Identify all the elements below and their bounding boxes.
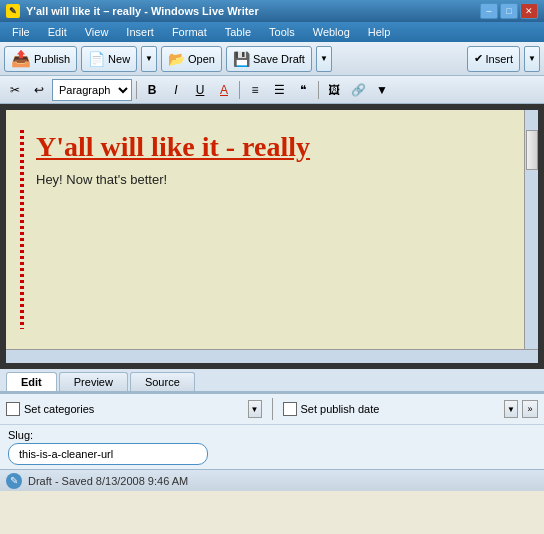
slug-input[interactable] [8,443,208,465]
app-icon: ✎ [6,4,20,18]
image-button[interactable]: 🖼 [323,79,345,101]
close-button[interactable]: ✕ [520,3,538,19]
color-button[interactable]: A [213,79,235,101]
tab-edit[interactable]: Edit [6,372,57,391]
list-ordered-button[interactable]: ≡ [244,79,266,101]
separator1 [136,81,137,99]
open-label: Open [188,53,215,65]
minimize-button[interactable]: – [480,3,498,19]
menu-format[interactable]: Format [164,24,215,40]
menu-weblog[interactable]: Weblog [305,24,358,40]
categories-label: Set categories [24,403,244,415]
new-dropdown[interactable]: ▼ [141,46,157,72]
menu-tools[interactable]: Tools [261,24,303,40]
window-title: Y'all will like it – really - Windows Li… [26,5,480,17]
editor-container: Y'all will like it - really Hey! Now tha… [0,104,544,369]
separator2 [239,81,240,99]
tab-preview[interactable]: Preview [59,372,128,391]
new-label: New [108,53,130,65]
editor-area[interactable]: Y'all will like it - really Hey! Now tha… [6,110,538,349]
menu-help[interactable]: Help [360,24,399,40]
slug-row: Slug: [0,425,544,469]
insert-dropdown[interactable]: ▼ [524,46,540,72]
status-bar: ✎ Draft - Saved 8/13/2008 9:46 AM [0,469,544,491]
categories-field: Set categories ▼ [6,400,262,418]
cut-button[interactable]: ✂ [4,79,26,101]
bold-button[interactable]: B [141,79,163,101]
insert-button[interactable]: ✔ Insert [467,46,521,72]
publish-date-label: Set publish date [301,403,501,415]
italic-button[interactable]: I [165,79,187,101]
new-button[interactable]: 📄 New [81,46,137,72]
margin-marker [20,130,24,329]
blockquote-button[interactable]: ❝ [292,79,314,101]
open-button[interactable]: 📂 Open [161,46,222,72]
insert-icon: ✔ [474,52,483,65]
more-button[interactable]: ▼ [371,79,393,101]
undo-button[interactable]: ↩ [28,79,50,101]
maximize-button[interactable]: □ [500,3,518,19]
link-button[interactable]: 🔗 [347,79,369,101]
save-draft-button[interactable]: 💾 Save Draft [226,46,312,72]
vertical-scrollbar[interactable] [524,110,538,349]
separator3 [318,81,319,99]
bottom-separator [272,398,273,420]
publish-date-expand[interactable]: » [522,400,538,418]
publish-date-field: Set publish date ▼ » [283,400,539,418]
menu-table[interactable]: Table [217,24,259,40]
menu-view[interactable]: View [77,24,117,40]
new-icon: 📄 [88,51,105,67]
tab-source[interactable]: Source [130,372,195,391]
categories-checkbox[interactable] [6,402,20,416]
underline-button[interactable]: U [189,79,211,101]
publish-button[interactable]: 📤 Publish [4,46,77,72]
open-icon: 📂 [168,51,185,67]
menu-file[interactable]: File [4,24,38,40]
publish-label: Publish [34,53,70,65]
publish-date-checkbox[interactable] [283,402,297,416]
categories-dropdown[interactable]: ▼ [248,400,262,418]
menu-bar: File Edit View Insert Format Table Tools… [0,22,544,42]
publish-date-dropdown[interactable]: ▼ [504,400,518,418]
menu-insert[interactable]: Insert [118,24,162,40]
slug-label: Slug: [8,429,536,441]
save-dropdown[interactable]: ▼ [316,46,332,72]
scrollbar-thumb[interactable] [526,130,538,170]
editor-content[interactable]: Y'all will like it - really Hey! Now tha… [36,130,508,187]
insert-label: Insert [486,53,514,65]
title-bar: ✎ Y'all will like it – really - Windows … [0,0,544,22]
menu-edit[interactable]: Edit [40,24,75,40]
status-icon: ✎ [6,473,22,489]
paragraph-style-select[interactable]: Paragraph [52,79,132,101]
bottom-panel: Set categories ▼ Set publish date ▼ » Sl… [0,393,544,469]
format-toolbar: ✂ ↩ Paragraph B I U A ≡ ☰ ❝ 🖼 🔗 ▼ [0,76,544,104]
post-title[interactable]: Y'all will like it - really [36,130,508,164]
post-body[interactable]: Hey! Now that's better! [36,172,508,187]
publish-icon: 📤 [11,49,31,68]
bottom-row-categories: Set categories ▼ Set publish date ▼ » [0,394,544,425]
status-text: Draft - Saved 8/13/2008 9:46 AM [28,475,188,487]
horizontal-scrollbar[interactable] [6,349,538,363]
save-draft-label: Save Draft [253,53,305,65]
tab-bar: Edit Preview Source [0,369,544,393]
main-toolbar: 📤 Publish 📄 New ▼ 📂 Open 💾 Save Draft ▼ … [0,42,544,76]
save-icon: 💾 [233,51,250,67]
window-controls: – □ ✕ [480,3,538,19]
list-unordered-button[interactable]: ☰ [268,79,290,101]
